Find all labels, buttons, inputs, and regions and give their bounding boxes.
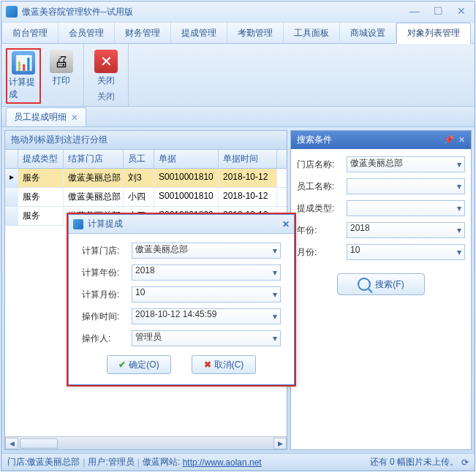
dlg-store-label: 计算门店:	[82, 245, 132, 257]
titlebar: 傲蓝美容院管理软件--试用版 — ☐ ✕	[1, 1, 475, 22]
calc-commission-button[interactable]: 📊 计算提成	[6, 48, 41, 104]
col-time[interactable]: 单据时间	[219, 150, 277, 168]
dlg-operator-select[interactable]: 管理员	[132, 330, 281, 346]
grid-header: 提成类型 结算门店 员工 单据 单据时间	[5, 150, 287, 169]
search-panel: 搜索条件 📌 ✕ 门店名称: 傲蓝美丽总部 员工名称: 提成类型:	[290, 130, 472, 450]
type-select[interactable]	[347, 200, 465, 216]
type-label: 提成类型:	[297, 202, 347, 215]
month-label: 月份:	[297, 246, 347, 259]
upload-status: 还有 0 幅图片未上传。	[370, 456, 458, 468]
printer-icon: 🖨	[50, 50, 73, 73]
search-icon	[358, 278, 371, 291]
col-doc[interactable]: 单据	[154, 150, 219, 168]
cancel-button[interactable]: ✖ 取消(C)	[192, 355, 256, 374]
menu-front[interactable]: 前台管理	[1, 23, 58, 43]
dlg-year-label: 计算年份:	[82, 267, 132, 279]
horizontal-scrollbar[interactable]: ◀ ▶	[5, 436, 287, 449]
year-label: 年份:	[297, 224, 347, 237]
maximize-button[interactable]: ☐	[429, 6, 447, 18]
dlg-month-label: 计算月份:	[82, 289, 132, 301]
x-icon: ✖	[204, 359, 211, 370]
menu-tools[interactable]: 工具面板	[284, 23, 340, 43]
menu-member[interactable]: 会员管理	[58, 23, 115, 43]
dlg-time-field[interactable]: 2018-10-12 14:45:59	[132, 308, 281, 324]
dialog-logo-icon	[73, 219, 83, 229]
check-icon: ✔	[118, 359, 126, 370]
website-link[interactable]: http://www.aolan.net	[183, 457, 262, 468]
tab-commission-detail[interactable]: 员工提成明细 ✕	[6, 107, 86, 126]
ribbon-group-edit: 📊 计算提成 🖨 打印 记录编辑	[1, 44, 84, 106]
menu-objects[interactable]: 对象列表管理	[396, 23, 471, 44]
minimize-button[interactable]: —	[406, 6, 423, 18]
window-title: 傲蓝美容院管理软件--试用版	[22, 6, 406, 18]
col-emp[interactable]: 员工	[124, 150, 154, 168]
upload-icon[interactable]: ⟳	[461, 457, 469, 468]
employee-select[interactable]	[347, 178, 465, 194]
col-store[interactable]: 结算门店	[64, 150, 124, 168]
dlg-month-select[interactable]: 10	[132, 286, 281, 302]
menubar: 前台管理 会员管理 财务管理 提成管理 考勤管理 工具面板 商城设置 对象列表管…	[1, 22, 475, 44]
pin-icon[interactable]: 📌	[444, 135, 454, 145]
search-panel-header: 搜索条件 📌 ✕	[291, 131, 471, 149]
ok-button[interactable]: ✔ 确定(O)	[107, 355, 171, 374]
dlg-operator-label: 操作人:	[82, 332, 132, 345]
scroll-thumb[interactable]	[20, 438, 58, 449]
tabstrip: 员工提成明细 ✕	[1, 107, 475, 127]
ribbon: 📊 计算提成 🖨 打印 记录编辑 ✕ 关闭 关闭	[1, 44, 475, 107]
year-select[interactable]: 2018	[347, 222, 465, 238]
scroll-right-button[interactable]: ▶	[273, 438, 287, 449]
calculator-icon: 📊	[12, 51, 35, 75]
dlg-store-select[interactable]: 傲蓝美丽总部	[132, 243, 281, 259]
dialog-titlebar[interactable]: 计算提成 ✕	[69, 215, 294, 234]
table-row[interactable]: 服务 傲蓝美丽总部 小四 S0010001810 2018-10-12	[5, 188, 287, 207]
col-type[interactable]: 提成类型	[18, 150, 64, 168]
menu-attendance[interactable]: 考勤管理	[227, 23, 284, 43]
scroll-left-button[interactable]: ◀	[5, 438, 18, 449]
store-label: 门店名称:	[297, 159, 347, 171]
table-row[interactable]: ▸ 服务 傲蓝美丽总部 刘3 S0010001810 2018-10-12	[5, 169, 287, 188]
menu-finance[interactable]: 财务管理	[115, 23, 171, 43]
search-button[interactable]: 搜索(F)	[337, 273, 425, 295]
dialog-highlight: 计算提成 ✕ 计算门店: 傲蓝美丽总部 计算年份: 2018 计算月份: 10 …	[67, 213, 296, 387]
status-user: 管理员	[108, 456, 135, 468]
dialog-close-button[interactable]: ✕	[282, 219, 290, 229]
status-store: 傲蓝美丽总部	[27, 456, 80, 468]
panel-close-icon[interactable]: ✕	[458, 135, 465, 145]
employee-label: 员工名称:	[297, 180, 347, 193]
app-window: 傲蓝美容院管理软件--试用版 — ☐ ✕ 前台管理 会员管理 财务管理 提成管理…	[1, 1, 475, 471]
close-tab-button[interactable]: ✕ 关闭	[88, 48, 124, 88]
dlg-time-label: 操作时间:	[82, 311, 132, 323]
menu-mall[interactable]: 商城设置	[340, 23, 396, 43]
menu-commission[interactable]: 提成管理	[171, 23, 227, 43]
month-select[interactable]: 10	[347, 244, 465, 260]
ribbon-group-close: ✕ 关闭 关闭	[84, 44, 129, 106]
statusbar: 门店: 傲蓝美丽总部 | 用户: 管理员 | 傲蓝网站: http://www.…	[1, 453, 475, 471]
app-logo-icon	[6, 6, 18, 18]
print-button[interactable]: 🖨 打印	[44, 48, 79, 88]
calc-dialog: 计算提成 ✕ 计算门店: 傲蓝美丽总部 计算年份: 2018 计算月份: 10 …	[68, 214, 295, 385]
tab-close-icon[interactable]: ✕	[71, 113, 78, 123]
close-button[interactable]: ✕	[453, 6, 470, 18]
group-by-bar[interactable]: 拖动列标题到这进行分组	[5, 131, 287, 150]
store-select[interactable]: 傲蓝美丽总部	[347, 156, 465, 172]
content-area: 拖动列标题到这进行分组 提成类型 结算门店 员工 单据 单据时间 ▸ 服务 傲蓝…	[1, 127, 475, 453]
close-icon: ✕	[94, 50, 118, 73]
dlg-year-select[interactable]: 2018	[132, 264, 281, 281]
row-indicator-icon: ▸	[5, 169, 18, 187]
